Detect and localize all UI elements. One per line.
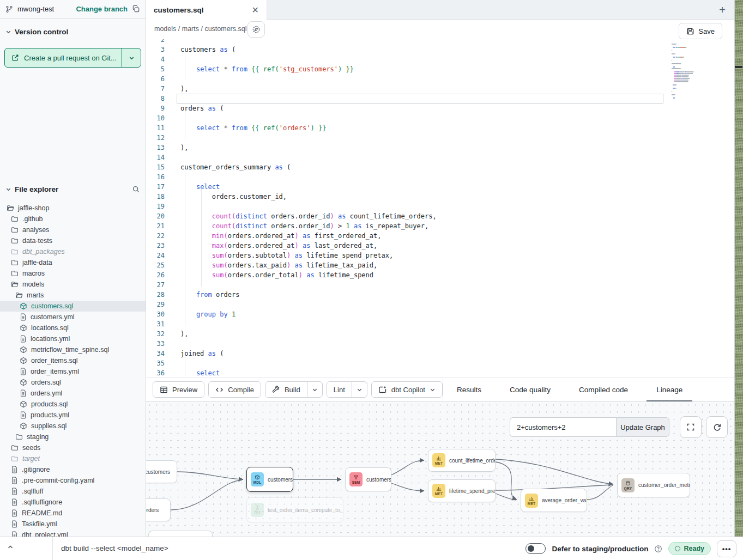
file-item-customers.sql[interactable]: customers.sql [0, 301, 146, 312]
expand-command-icon[interactable] [7, 543, 14, 551]
file-item-supplies.sql[interactable]: supplies.sql [0, 421, 146, 431]
refresh-button[interactable] [706, 416, 728, 438]
defer-toggle[interactable] [525, 543, 546, 554]
code-line-28[interactable]: 28 from orders [146, 290, 733, 300]
code-line-4[interactable]: 4 [146, 54, 733, 64]
lineage-node-count_lifetime_orders[interactable]: METcount_lifetime_orders [428, 449, 496, 472]
more-options-button[interactable]: ••• [717, 540, 736, 557]
code-line-31[interactable]: 31 [146, 319, 733, 329]
file-item-jaffle-data[interactable]: jaffle-data [0, 257, 146, 268]
file-item-.sqlfluff[interactable]: .sqlfluff [0, 486, 146, 497]
code-line-13[interactable]: 13), [146, 143, 733, 153]
lineage-selector-input[interactable] [510, 417, 616, 437]
file-item-target[interactable]: target [0, 453, 146, 464]
code-line-12[interactable]: 12 [146, 133, 733, 143]
file-item-marts[interactable]: marts [0, 290, 146, 301]
code-line-6[interactable]: 6 [146, 74, 733, 84]
code-line-18[interactable]: 18 orders.customer_id, [146, 192, 733, 202]
update-graph-button[interactable]: Update Graph [616, 417, 669, 437]
code-line-30[interactable]: 30 group by 1 [146, 309, 733, 319]
help-icon[interactable] [654, 545, 662, 553]
file-item-orders.sql[interactable]: orders.sql [0, 377, 146, 388]
code-line-32[interactable]: 32), [146, 329, 733, 339]
code-line-23[interactable]: 23 max(orders.ordered_at) as last_ordere… [146, 241, 733, 251]
code-line-36[interactable]: 36 select [146, 368, 733, 377]
compile-button[interactable]: Compile [209, 382, 261, 397]
code-line-7[interactable]: 7), [146, 84, 733, 94]
file-item-locations.sql[interactable]: locations.sql [0, 322, 146, 333]
code-line-24[interactable]: 24 sum(orders.subtotal) as lifetime_spen… [146, 251, 733, 260]
tab-compiled-code[interactable]: Compiled code [573, 378, 633, 402]
new-tab-button[interactable]: + [715, 2, 730, 17]
lint-dropdown-button[interactable] [352, 382, 367, 397]
tab-lineage[interactable]: Lineage [651, 378, 688, 402]
file-item-macros[interactable]: macros [0, 268, 146, 279]
lineage-panel[interactable]: MDLstg_customersMDLordersMDLcustomersTST… [146, 401, 734, 537]
build-button[interactable]: Build [265, 382, 307, 397]
version-control-header[interactable]: Version control [0, 26, 146, 38]
file-explorer-header[interactable]: File explorer [0, 183, 146, 195]
file-item-.sqlfluffignore[interactable]: .sqlfluffignore [0, 497, 146, 508]
file-item-dbt_project.yml[interactable]: dbt_project.yml [0, 529, 146, 537]
file-item-.gitignore[interactable]: .gitignore [0, 464, 146, 475]
lineage-node-partial[interactable] [148, 531, 213, 537]
lineage-node-customers[interactable]: MDLcustomers [246, 467, 293, 492]
lineage-node-test_order_items_compute_to_bools...[interactable]: TSTtest_order_items_compute_to_bools... [246, 497, 343, 522]
status-badge[interactable]: Ready [668, 542, 711, 555]
code-line-21[interactable]: 21 count(distinct orders.order_id) > 1 a… [146, 221, 733, 231]
tab-customers-sql[interactable]: customers.sql ✕ [146, 0, 267, 20]
file-item-products.yml[interactable]: products.yml [0, 410, 146, 421]
code-line-25[interactable]: 25 sum(orders.tax_paid) as lifetime_tax_… [146, 260, 733, 270]
file-item-order_items.sql[interactable]: order_items.sql [0, 355, 146, 366]
pr-dropdown-button[interactable] [122, 48, 141, 67]
file-item-README.md[interactable]: README.md [0, 508, 146, 519]
file-item-models[interactable]: models [0, 279, 146, 290]
code-line-10[interactable]: 10 [146, 113, 733, 123]
file-item-locations.yml[interactable]: locations.yml [0, 333, 146, 344]
file-item-seeds[interactable]: seeds [0, 442, 146, 453]
lineage-node-customers[interactable]: SEMcustomers [345, 467, 391, 491]
file-item-order_items.yml[interactable]: order_items.yml [0, 366, 146, 377]
change-branch-link[interactable]: Change branch [76, 5, 128, 13]
code-line-5[interactable]: 5 select * from {{ ref('stg_customers') … [146, 64, 733, 74]
tab-results[interactable]: Results [451, 378, 487, 402]
code-line-29[interactable]: 29 [146, 300, 733, 309]
code-line-2[interactable]: 2 [146, 39, 733, 45]
file-item-Taskfile.yml[interactable]: Taskfile.yml [0, 519, 146, 529]
code-line-9[interactable]: 9orders as ( [146, 104, 733, 113]
command-input[interactable]: dbt build --select <model_name> [61, 544, 168, 552]
lineage-node-customer_order_metrics[interactable]: QRYcustomer_order_metrics [617, 473, 690, 497]
file-item-.pre-commit-config.yaml[interactable]: .pre-commit-config.yaml [0, 475, 146, 486]
code-line-34[interactable]: 34joined as ( [146, 349, 733, 358]
code-line-35[interactable]: 35 [146, 358, 733, 368]
code-editor[interactable]: 23customers as (45 select * from {{ ref(… [146, 39, 733, 377]
code-line-3[interactable]: 3customers as ( [146, 45, 733, 54]
file-item-customers.yml[interactable]: customers.yml [0, 312, 146, 322]
lint-button[interactable]: Lint [327, 382, 352, 397]
file-item-metricflow_time_spine.sql[interactable]: metricflow_time_spine.sql [0, 344, 146, 355]
code-line-15[interactable]: 15customer_orders_summary as ( [146, 162, 733, 172]
file-item-analyses[interactable]: analyses [0, 224, 146, 235]
code-line-22[interactable]: 22 min(orders.ordered_at) as first_order… [146, 231, 733, 241]
search-icon[interactable] [132, 185, 140, 193]
code-line-20[interactable]: 20 count(distinct orders.order_id) as co… [146, 211, 733, 221]
file-item-dbt_packages[interactable]: dbt_packages [0, 246, 146, 257]
file-item-products.sql[interactable]: products.sql [0, 399, 146, 410]
build-dropdown-button[interactable] [307, 382, 322, 397]
node-explorer-button[interactable] [247, 21, 265, 38]
preview-button[interactable]: Preview [153, 382, 204, 397]
copy-branch-icon[interactable] [132, 5, 140, 13]
code-line-14[interactable]: 14 [146, 153, 733, 162]
fullscreen-button[interactable] [680, 416, 702, 438]
file-item-data-tests[interactable]: data-tests [0, 235, 146, 246]
code-line-17[interactable]: 17 select [146, 182, 733, 192]
lineage-node-lifetime_spend_pretax[interactable]: METlifetime_spend_pretax [428, 479, 496, 502]
code-line-19[interactable]: 19 [146, 202, 733, 211]
code-line-27[interactable]: 27 [146, 280, 733, 290]
code-line-33[interactable]: 33 [146, 339, 733, 349]
lineage-node-orders[interactable]: MDLorders [146, 498, 171, 521]
close-tab-icon[interactable]: ✕ [252, 6, 259, 15]
dbt-copilot-button[interactable]: dbt Copilot [372, 382, 442, 397]
code-line-26[interactable]: 26 sum(orders.order_total) as lifetime_s… [146, 270, 733, 280]
file-item-staging[interactable]: staging [0, 431, 146, 442]
